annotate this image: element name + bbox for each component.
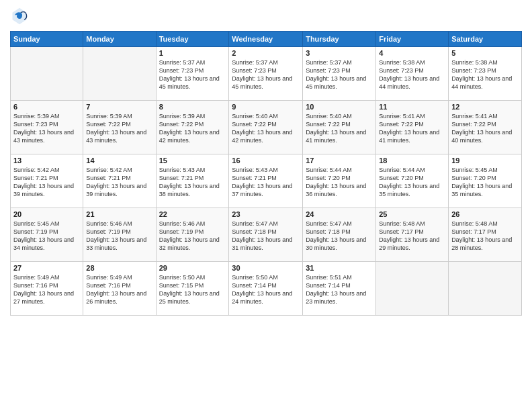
day-info: Sunrise: 5:39 AM Sunset: 7:22 PM Dayligh… bbox=[86, 112, 152, 145]
day-header-wednesday: Wednesday bbox=[229, 32, 303, 47]
day-number: 22 bbox=[159, 210, 226, 218]
calendar-cell: 26Sunrise: 5:48 AM Sunset: 7:17 PM Dayli… bbox=[449, 208, 522, 262]
day-header-saturday: Saturday bbox=[449, 32, 522, 47]
day-header-sunday: Sunday bbox=[11, 32, 83, 47]
calendar-header-row: SundayMondayTuesdayWednesdayThursdayFrid… bbox=[11, 32, 522, 47]
day-info: Sunrise: 5:46 AM Sunset: 7:19 PM Dayligh… bbox=[159, 220, 226, 253]
calendar-cell: 10Sunrise: 5:40 AM Sunset: 7:22 PM Dayli… bbox=[303, 101, 376, 154]
calendar-cell: 21Sunrise: 5:46 AM Sunset: 7:19 PM Dayli… bbox=[83, 208, 156, 262]
calendar-cell bbox=[11, 47, 83, 101]
day-header-thursday: Thursday bbox=[303, 32, 376, 47]
day-info: Sunrise: 5:40 AM Sunset: 7:22 PM Dayligh… bbox=[232, 112, 300, 145]
day-info: Sunrise: 5:43 AM Sunset: 7:21 PM Dayligh… bbox=[232, 166, 300, 199]
day-number: 21 bbox=[86, 210, 152, 218]
day-info: Sunrise: 5:38 AM Sunset: 7:23 PM Dayligh… bbox=[379, 58, 445, 91]
day-number: 6 bbox=[13, 103, 80, 111]
calendar-cell: 23Sunrise: 5:47 AM Sunset: 7:18 PM Dayli… bbox=[229, 208, 303, 262]
day-info: Sunrise: 5:51 AM Sunset: 7:14 PM Dayligh… bbox=[306, 273, 373, 306]
day-number: 8 bbox=[159, 103, 226, 111]
day-number: 13 bbox=[13, 156, 80, 165]
calendar-cell: 12Sunrise: 5:41 AM Sunset: 7:22 PM Dayli… bbox=[449, 101, 522, 154]
calendar-cell: 15Sunrise: 5:43 AM Sunset: 7:21 PM Dayli… bbox=[156, 154, 229, 208]
day-number: 3 bbox=[306, 49, 373, 57]
day-info: Sunrise: 5:40 AM Sunset: 7:22 PM Dayligh… bbox=[306, 112, 373, 145]
calendar-cell: 19Sunrise: 5:45 AM Sunset: 7:20 PM Dayli… bbox=[449, 154, 522, 208]
day-number: 27 bbox=[13, 264, 80, 272]
calendar-cell: 20Sunrise: 5:45 AM Sunset: 7:19 PM Dayli… bbox=[11, 208, 83, 262]
calendar-cell: 18Sunrise: 5:44 AM Sunset: 7:20 PM Dayli… bbox=[376, 154, 449, 208]
day-number: 25 bbox=[379, 210, 445, 218]
day-info: Sunrise: 5:38 AM Sunset: 7:23 PM Dayligh… bbox=[451, 58, 519, 91]
day-info: Sunrise: 5:41 AM Sunset: 7:22 PM Dayligh… bbox=[379, 112, 445, 145]
day-number: 1 bbox=[159, 49, 226, 57]
day-number: 2 bbox=[232, 49, 300, 57]
day-info: Sunrise: 5:49 AM Sunset: 7:16 PM Dayligh… bbox=[13, 273, 80, 306]
day-number: 7 bbox=[86, 103, 152, 111]
day-info: Sunrise: 5:37 AM Sunset: 7:23 PM Dayligh… bbox=[232, 58, 300, 91]
day-info: Sunrise: 5:47 AM Sunset: 7:18 PM Dayligh… bbox=[306, 220, 373, 253]
day-info: Sunrise: 5:44 AM Sunset: 7:20 PM Dayligh… bbox=[306, 166, 373, 199]
week-row-4: 20Sunrise: 5:45 AM Sunset: 7:19 PM Dayli… bbox=[11, 208, 522, 262]
calendar-cell: 16Sunrise: 5:43 AM Sunset: 7:21 PM Dayli… bbox=[229, 154, 303, 208]
calendar-cell: 27Sunrise: 5:49 AM Sunset: 7:16 PM Dayli… bbox=[11, 262, 83, 316]
day-header-friday: Friday bbox=[376, 32, 449, 47]
day-number: 28 bbox=[86, 264, 152, 272]
calendar-cell: 30Sunrise: 5:50 AM Sunset: 7:14 PM Dayli… bbox=[229, 262, 303, 316]
day-number: 15 bbox=[159, 156, 226, 165]
day-number: 5 bbox=[451, 49, 519, 57]
calendar-cell bbox=[83, 47, 156, 101]
calendar-cell bbox=[376, 262, 449, 316]
week-row-3: 13Sunrise: 5:42 AM Sunset: 7:21 PM Dayli… bbox=[11, 154, 522, 208]
calendar-cell: 2Sunrise: 5:37 AM Sunset: 7:23 PM Daylig… bbox=[229, 47, 303, 101]
day-info: Sunrise: 5:42 AM Sunset: 7:21 PM Dayligh… bbox=[13, 166, 80, 199]
day-info: Sunrise: 5:39 AM Sunset: 7:22 PM Dayligh… bbox=[159, 112, 226, 145]
day-info: Sunrise: 5:47 AM Sunset: 7:18 PM Dayligh… bbox=[232, 220, 300, 253]
day-number: 26 bbox=[451, 210, 519, 218]
day-info: Sunrise: 5:41 AM Sunset: 7:22 PM Dayligh… bbox=[451, 112, 519, 145]
day-info: Sunrise: 5:37 AM Sunset: 7:23 PM Dayligh… bbox=[306, 58, 373, 91]
calendar-cell: 14Sunrise: 5:42 AM Sunset: 7:21 PM Dayli… bbox=[83, 154, 156, 208]
calendar-cell: 29Sunrise: 5:50 AM Sunset: 7:15 PM Dayli… bbox=[156, 262, 229, 316]
day-info: Sunrise: 5:48 AM Sunset: 7:17 PM Dayligh… bbox=[451, 220, 519, 253]
week-row-1: 1Sunrise: 5:37 AM Sunset: 7:23 PM Daylig… bbox=[11, 47, 522, 101]
day-info: Sunrise: 5:45 AM Sunset: 7:19 PM Dayligh… bbox=[13, 220, 80, 253]
logo bbox=[10, 7, 32, 26]
day-info: Sunrise: 5:44 AM Sunset: 7:20 PM Dayligh… bbox=[379, 166, 445, 199]
calendar-cell bbox=[449, 262, 522, 316]
calendar-cell: 25Sunrise: 5:48 AM Sunset: 7:17 PM Dayli… bbox=[376, 208, 449, 262]
day-number: 30 bbox=[232, 264, 300, 272]
calendar-cell: 3Sunrise: 5:37 AM Sunset: 7:23 PM Daylig… bbox=[303, 47, 376, 101]
day-number: 14 bbox=[86, 156, 152, 165]
day-info: Sunrise: 5:39 AM Sunset: 7:23 PM Dayligh… bbox=[13, 112, 80, 145]
calendar-cell: 6Sunrise: 5:39 AM Sunset: 7:23 PM Daylig… bbox=[11, 101, 83, 154]
day-number: 19 bbox=[451, 156, 519, 165]
day-number: 29 bbox=[159, 264, 226, 272]
day-info: Sunrise: 5:43 AM Sunset: 7:21 PM Dayligh… bbox=[159, 166, 226, 199]
day-number: 9 bbox=[232, 103, 300, 111]
day-info: Sunrise: 5:37 AM Sunset: 7:23 PM Dayligh… bbox=[159, 58, 226, 91]
calendar-cell: 17Sunrise: 5:44 AM Sunset: 7:20 PM Dayli… bbox=[303, 154, 376, 208]
day-number: 16 bbox=[232, 156, 300, 165]
day-info: Sunrise: 5:50 AM Sunset: 7:14 PM Dayligh… bbox=[232, 273, 300, 306]
day-header-monday: Monday bbox=[83, 32, 156, 47]
day-number: 20 bbox=[13, 210, 80, 218]
day-number: 31 bbox=[306, 264, 373, 272]
day-info: Sunrise: 5:45 AM Sunset: 7:20 PM Dayligh… bbox=[451, 166, 519, 199]
day-number: 10 bbox=[306, 103, 373, 111]
calendar-cell: 13Sunrise: 5:42 AM Sunset: 7:21 PM Dayli… bbox=[11, 154, 83, 208]
calendar-cell: 5Sunrise: 5:38 AM Sunset: 7:23 PM Daylig… bbox=[449, 47, 522, 101]
day-number: 12 bbox=[451, 103, 519, 111]
day-number: 18 bbox=[379, 156, 445, 165]
logo-icon bbox=[10, 7, 29, 26]
calendar-cell: 8Sunrise: 5:39 AM Sunset: 7:22 PM Daylig… bbox=[156, 101, 229, 154]
day-number: 23 bbox=[232, 210, 300, 218]
week-row-5: 27Sunrise: 5:49 AM Sunset: 7:16 PM Dayli… bbox=[11, 262, 522, 316]
calendar-cell: 28Sunrise: 5:49 AM Sunset: 7:16 PM Dayli… bbox=[83, 262, 156, 316]
calendar-cell: 1Sunrise: 5:37 AM Sunset: 7:23 PM Daylig… bbox=[156, 47, 229, 101]
day-info: Sunrise: 5:42 AM Sunset: 7:21 PM Dayligh… bbox=[86, 166, 152, 199]
calendar-cell: 4Sunrise: 5:38 AM Sunset: 7:23 PM Daylig… bbox=[376, 47, 449, 101]
week-row-2: 6Sunrise: 5:39 AM Sunset: 7:23 PM Daylig… bbox=[11, 101, 522, 154]
day-info: Sunrise: 5:46 AM Sunset: 7:19 PM Dayligh… bbox=[86, 220, 152, 253]
calendar-cell: 22Sunrise: 5:46 AM Sunset: 7:19 PM Dayli… bbox=[156, 208, 229, 262]
calendar-cell: 7Sunrise: 5:39 AM Sunset: 7:22 PM Daylig… bbox=[83, 101, 156, 154]
